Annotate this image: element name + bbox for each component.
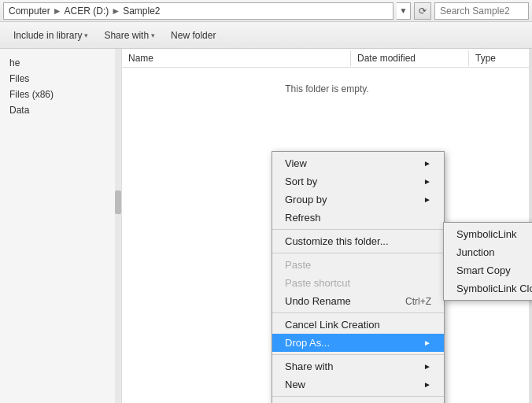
content-body: This folder is empty. [122, 68, 532, 110]
submenu-dropas: SymbolicLink Junction Smart Copy Symboli… [443, 222, 532, 301]
menu-item-customize[interactable]: Customize this folder... [272, 232, 444, 250]
search-input[interactable] [434, 2, 529, 20]
menu-item-undo-rename[interactable]: Undo Rename Ctrl+Z [272, 292, 444, 310]
toolbar: Include in library ▾ Share with ▾ New fo… [0, 22, 532, 49]
menu-item-view-arrow: ► [423, 159, 431, 168]
menu-item-sortby-arrow: ► [423, 177, 431, 186]
menu-item-paste-label: Paste [285, 259, 311, 271]
menu-item-refresh-label: Refresh [285, 212, 321, 224]
menu-item-new-arrow: ► [423, 380, 431, 389]
address-dropdown-button[interactable]: ▼ [397, 2, 411, 20]
sidebar-item-0[interactable]: he [0, 55, 121, 71]
menu-item-share-with-label: Share with [285, 360, 333, 372]
menu-separator-4 [272, 354, 444, 355]
path-computer: Computer [9, 6, 50, 17]
share-with-label: Share with [104, 30, 149, 41]
separator-1: ► [53, 6, 62, 17]
sidebar-item-1[interactable]: Files [0, 71, 121, 87]
menu-item-sortby[interactable]: Sort by ► [272, 172, 444, 190]
separator-2: ► [111, 6, 120, 17]
menu-item-drop-as[interactable]: Drop As... ► [272, 334, 444, 352]
submenu-item-junction[interactable]: Junction [444, 243, 532, 261]
sidebar-item-3[interactable]: Data [0, 102, 121, 118]
include-library-arrow: ▾ [84, 31, 88, 39]
new-folder-button[interactable]: New folder [164, 25, 223, 46]
menu-separator-5 [272, 396, 444, 397]
address-bar: Computer ► ACER (D:) ► Sample2 ▼ ⟳ [0, 0, 532, 22]
main-area: he Files Files (x86) Data Name Date modi… [0, 49, 532, 403]
menu-item-share-with-arrow: ► [423, 362, 431, 371]
sidebar-item-2[interactable]: Files (x86) [0, 87, 121, 102]
menu-separator-3 [272, 312, 444, 313]
path-drive: ACER (D:) [65, 6, 109, 17]
menu-item-drop-as-label: Drop As... [285, 337, 330, 349]
address-path[interactable]: Computer ► ACER (D:) ► Sample2 [3, 2, 393, 20]
sidebar-scroll: he Files Files (x86) Data [0, 49, 121, 403]
menu-item-cancel-link[interactable]: Cancel Link Creation [272, 316, 444, 334]
menu-item-new-label: New [285, 379, 305, 390]
column-date-modified[interactable]: Date modified [351, 50, 469, 66]
menu-item-refresh[interactable]: Refresh [272, 209, 444, 227]
menu-item-paste[interactable]: Paste [272, 256, 444, 274]
column-type[interactable]: Type [469, 50, 532, 66]
column-header: Name Date modified Type [122, 49, 532, 68]
submenu-item-symboliclinkclone[interactable]: SymbolicLink Clone [444, 279, 532, 298]
menu-item-undo-rename-shortcut: Ctrl+Z [405, 296, 431, 307]
menu-item-sortby-label: Sort by [285, 176, 317, 187]
path-folder: Sample2 [123, 6, 160, 17]
submenu-item-symboliclink[interactable]: SymbolicLink [444, 225, 532, 243]
submenu-item-symboliclinkclone-label: SymbolicLink Clone [456, 283, 532, 294]
menu-item-undo-rename-label: Undo Rename [285, 295, 351, 307]
menu-separator-2 [272, 253, 444, 253]
new-folder-label: New folder [171, 30, 216, 41]
submenu-item-symboliclink-label: SymbolicLink [456, 228, 517, 240]
menu-item-paste-shortcut-label: Paste shortcut [285, 277, 350, 289]
menu-item-groupby-arrow: ► [423, 195, 431, 204]
include-library-label: Include in library [13, 30, 82, 41]
submenu-item-smartcopy[interactable]: Smart Copy [444, 261, 532, 279]
content-area: Name Date modified Type This folder is e… [122, 49, 532, 403]
menu-item-drop-as-arrow: ► [423, 338, 431, 347]
menu-item-view-label: View [285, 157, 307, 169]
menu-item-new[interactable]: New ► [272, 375, 444, 394]
menu-item-cancel-link-label: Cancel Link Creation [285, 319, 380, 331]
column-name[interactable]: Name [122, 50, 351, 66]
sidebar: he Files Files (x86) Data [0, 49, 122, 403]
empty-message: This folder is empty. [285, 83, 368, 94]
submenu-item-junction-label: Junction [456, 246, 494, 258]
menu-item-customize-label: Customize this folder... [285, 235, 389, 247]
menu-separator-1 [272, 229, 444, 230]
context-menu: View ► Sort by ► Group by ► Refresh Cust… [272, 151, 445, 403]
share-with-arrow: ▾ [151, 31, 155, 39]
submenu-item-smartcopy-label: Smart Copy [456, 264, 511, 276]
menu-item-groupby[interactable]: Group by ► [272, 190, 444, 209]
share-with-button[interactable]: Share with ▾ [97, 25, 162, 46]
refresh-button[interactable]: ⟳ [414, 2, 431, 20]
menu-item-paste-shortcut[interactable]: Paste shortcut [272, 274, 444, 292]
sidebar-scrollbar[interactable] [115, 49, 121, 403]
menu-item-share-with[interactable]: Share with ► [272, 357, 444, 375]
include-library-button[interactable]: Include in library ▾ [6, 25, 95, 46]
menu-item-groupby-label: Group by [285, 194, 327, 205]
menu-item-properties[interactable]: Properties [272, 399, 444, 403]
sidebar-scrollbar-thumb [115, 190, 121, 214]
menu-item-view[interactable]: View ► [272, 154, 444, 172]
